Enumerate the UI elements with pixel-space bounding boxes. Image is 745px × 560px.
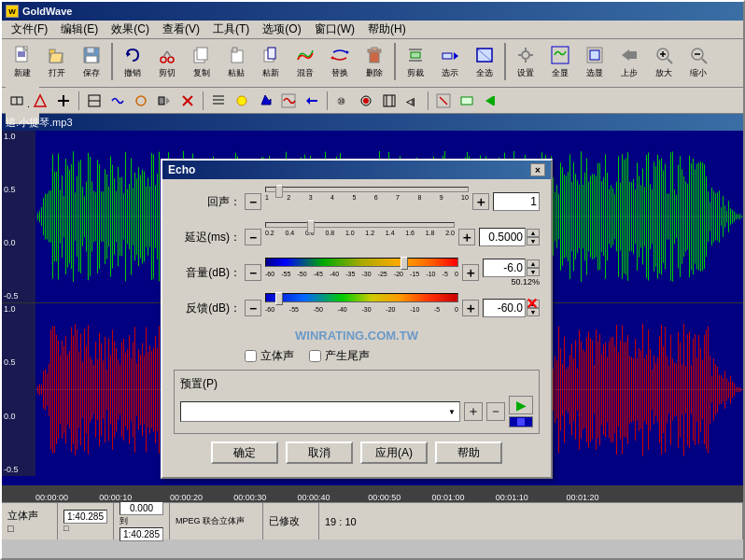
delay-plus[interactable]: ＋ [458,229,475,245]
btn-mix[interactable]: 混音 [288,41,322,82]
btn-selshow[interactable]: 选示 [433,41,467,82]
volume-minus[interactable]: － [245,264,261,281]
menu-edit[interactable]: 编辑(E) [55,21,104,38]
tail-checkbox[interactable] [309,350,321,362]
tb2-btn-6[interactable] [130,91,152,111]
menu-effects[interactable]: 效果(C) [105,21,155,38]
btn-new[interactable]: 新建 [6,41,39,82]
tb2-btn-7[interactable] [153,91,176,111]
btn-undo[interactable]: 撤销 [116,41,149,82]
tb2-btn-11[interactable] [254,91,276,111]
menu-options[interactable]: 选项(O) [257,21,306,38]
btn-zoomin[interactable]: 放大 [647,41,681,82]
volume-value-input[interactable] [483,259,526,277]
toolbar-sep-1 [111,43,113,80]
btn-open[interactable]: 打开 [40,41,74,82]
tb2-btn-15[interactable] [355,91,377,111]
tb2-btn-20[interactable] [479,91,501,111]
delay-value-input[interactable] [479,228,526,246]
tb2-btn-14[interactable]: ⑩ [331,91,354,111]
btn-cut[interactable]: 剪切 [150,41,184,82]
tb2-sep [78,91,79,110]
btn-settings[interactable]: 设置 [509,41,542,82]
time-5: 00:00:50 [368,493,401,502]
svg-rect-70 [384,95,395,106]
tb2-btn-8[interactable] [176,91,199,111]
echo-minus[interactable]: － [245,193,261,210]
help-button[interactable]: 帮助 [435,441,502,464]
volume-plus[interactable]: ＋ [462,264,479,281]
btn-paste-label: 粘贴 [228,67,245,79]
title-bar: W GoldWave [2,2,743,21]
btn-save-label: 保存 [83,67,100,79]
preset-add-btn[interactable]: ＋ [464,402,483,421]
tb2-btn-2[interactable] [29,91,51,111]
volume-spin-down[interactable]: ▼ [527,268,540,276]
tb2-btn-10[interactable] [231,91,253,111]
play-button[interactable]: ▶ [509,396,533,414]
tb2-btn-18[interactable] [432,91,455,111]
apply-button[interactable]: 应用(A) [360,441,428,464]
tb2-btn-3[interactable] [52,91,75,111]
preset-dropdown[interactable]: ▼ [180,401,460,422]
stereo-checkbox[interactable] [245,350,257,362]
tb2-btn-17[interactable]: ◁| [401,91,424,111]
delay-spin-up[interactable]: ▲ [527,229,540,237]
tb2-btn-5[interactable] [106,91,129,111]
menu-file[interactable]: 文件(F) [6,21,53,38]
btn-fullview[interactable]: 全显 [543,41,577,82]
volume-thumb[interactable] [401,257,408,270]
delay-thumb[interactable] [307,220,315,233]
btn-zoomout[interactable]: 缩小 [682,41,715,82]
time-1: 00:00:10 [99,493,132,502]
delay-minus[interactable]: － [245,229,261,245]
feedback-gradient [265,293,458,302]
tb2-btn-13[interactable] [301,91,323,111]
delay-spin-down[interactable]: ▼ [527,237,540,245]
echo-plus[interactable]: ＋ [472,193,489,210]
selshow-icon [439,44,461,66]
svg-text:◁|: ◁| [405,97,415,106]
volume-spin-up[interactable]: ▲ [527,259,540,268]
volume-row: 音量(dB)： － -60-55-50-45-40-35-30-25-20-15… [174,258,540,287]
stop-button[interactable] [509,416,533,427]
feedback-thumb[interactable] [275,292,283,305]
echo-value-input[interactable] [493,192,540,211]
btn-save[interactable]: 保存 [75,41,108,82]
ok-button[interactable]: 确定 [211,441,278,464]
pos-display: 0.000 [119,501,163,515]
menu-view[interactable]: 查看(V) [157,21,205,38]
btn-replace[interactable]: 替换 [323,41,357,82]
btn-paste[interactable]: 粘贴 [219,41,253,82]
app-icon: W [6,5,19,18]
tail-label: 产生尾声 [325,348,370,364]
red-x-mark: ✕ [526,295,538,313]
menu-window[interactable]: 窗口(W) [309,21,360,38]
preset-remove-btn[interactable]: － [486,402,505,421]
feedback-value-input[interactable] [483,299,526,317]
btn-trim[interactable]: 剪裁 [399,41,432,82]
dialog-close-button[interactable]: × [530,163,545,176]
btn-delete[interactable]: 删除 [358,41,391,82]
cancel-button[interactable]: 取消 [286,441,353,464]
btn-selall[interactable]: 全选 [468,41,501,82]
preset-row: ▼ ＋ － ▶ [180,396,533,427]
timeline-inner: 00:00:00 00:00:10 00:00:20 00:00:30 00:0… [35,485,743,502]
tb2-btn-1[interactable] [6,91,28,111]
feedback-plus[interactable]: ＋ [462,300,479,316]
tb2-btn-16[interactable] [378,91,401,111]
feedback-minus[interactable]: － [245,300,261,316]
menu-help[interactable]: 帮助(H) [362,21,412,38]
menu-tools[interactable]: 工具(T) [207,21,255,38]
tb2-btn-9[interactable] [207,91,230,111]
btn-copy[interactable]: 复制 [185,41,218,82]
svg-text:⑩: ⑩ [337,96,345,106]
tb2-btn-12[interactable] [277,91,300,111]
btn-selview[interactable]: 选显 [578,41,611,82]
btn-pastenew[interactable]: 粘新 [254,41,288,82]
toolbar2: ⑩ ◁| [2,88,743,114]
dialog-title-text: Echo [168,163,195,176]
tb2-btn-19[interactable] [456,91,478,111]
tb2-btn-4[interactable] [83,91,105,111]
btn-back[interactable]: 上步 [612,41,646,82]
